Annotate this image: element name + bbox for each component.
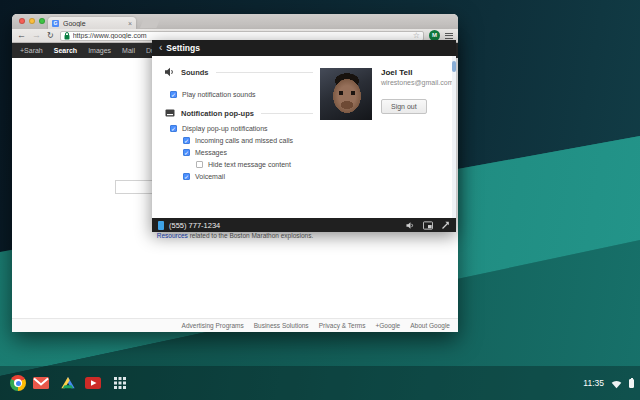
back-chevron-icon[interactable]: ‹ — [159, 43, 162, 53]
window-zoom-button[interactable] — [39, 18, 45, 24]
sign-out-button[interactable]: Sign out — [381, 99, 427, 114]
back-icon[interactable]: ← — [17, 31, 26, 40]
padlock-icon — [64, 32, 70, 40]
scrollbar-track[interactable] — [452, 56, 456, 218]
checkbox-row: Play notification sounds — [170, 89, 256, 100]
section-divider — [216, 72, 314, 73]
hide-text-checkbox[interactable] — [196, 161, 203, 168]
gmail-icon[interactable] — [33, 377, 49, 389]
phone-icon — [158, 221, 164, 230]
window-minimize-button[interactable] — [29, 18, 35, 24]
bookmark-star-icon[interactable]: ☆ — [413, 32, 420, 40]
google-footer: Advertising Programs Business Solutions … — [12, 318, 458, 332]
profile-info: Joel Tell wirestones@gmail.com Sign out — [381, 68, 453, 120]
speaker-icon — [165, 67, 175, 77]
status-area[interactable]: 11:35 — [583, 366, 634, 400]
incoming-calls-checkbox[interactable] — [183, 137, 190, 144]
chrome-icon[interactable] — [10, 375, 26, 391]
footer-link-privacy[interactable]: Privacy & Terms — [319, 322, 366, 329]
battery-icon — [629, 379, 634, 388]
address-bar[interactable]: https://www.google.com ☆ — [60, 31, 424, 41]
profile-card: Joel Tell wirestones@gmail.com Sign out — [320, 68, 453, 120]
tab-google[interactable]: G Google × — [48, 17, 136, 29]
youtube-icon[interactable] — [85, 377, 101, 389]
settings-header: ‹ Settings — [152, 40, 456, 56]
image-icon[interactable] — [423, 221, 433, 230]
navbar-link-search[interactable]: Search — [54, 47, 77, 54]
news-line: Resources related to the Boston Marathon… — [12, 232, 458, 239]
settings-body: Sounds Play notification sounds Notifica… — [152, 56, 456, 218]
footer-link-plusgoogle[interactable]: +Google — [375, 322, 400, 329]
navbar-link-images[interactable]: Images — [88, 47, 111, 54]
section-divider — [261, 113, 313, 114]
chromeos-desktop: G Google × ← → ↻ https://www.google.com … — [0, 0, 640, 400]
wifi-icon — [610, 378, 623, 389]
reload-icon[interactable]: ↻ — [47, 31, 54, 40]
news-text: related to the Boston Marathon explosion… — [188, 232, 313, 239]
checkbox-label: Hide text message content — [208, 161, 291, 168]
tab-strip: G Google × — [12, 14, 458, 29]
volume-icon[interactable] — [406, 221, 415, 230]
forward-icon[interactable]: → — [32, 31, 41, 40]
footer-link-business[interactable]: Business Solutions — [254, 322, 309, 329]
profile-name: Joel Tell — [381, 68, 453, 77]
checkbox-label: Display pop-up notifications — [182, 125, 268, 132]
popups-section-header: Notification pop-ups — [165, 107, 313, 119]
footer-link-about[interactable]: About Google — [410, 322, 450, 329]
checkbox-row: Hide text message content — [196, 159, 291, 170]
clock: 11:35 — [583, 378, 604, 388]
phone-number: (555) 777-1234 — [169, 221, 220, 230]
settings-panel: ‹ Settings Sounds Play notification soun… — [152, 40, 456, 232]
checkbox-label: Play notification sounds — [182, 91, 256, 98]
messages-checkbox[interactable] — [183, 149, 190, 156]
avatar — [320, 68, 372, 120]
checkbox-row: Voicemail — [183, 171, 225, 182]
display-popups-checkbox[interactable] — [170, 125, 177, 132]
checkbox-label: Incoming calls and missed calls — [195, 137, 293, 144]
navbar-link-mail[interactable]: Mail — [122, 47, 135, 54]
drive-icon[interactable] — [60, 375, 76, 391]
checkbox-label: Voicemail — [195, 173, 225, 180]
profile-email: wirestones@gmail.com — [381, 79, 453, 86]
tab-close-icon[interactable]: × — [128, 20, 132, 27]
google-favicon: G — [52, 20, 59, 27]
settings-title: Settings — [166, 43, 200, 53]
shelf: 11:35 — [0, 366, 640, 400]
checkbox-row: Display pop-up notifications — [170, 123, 268, 134]
new-tab-button[interactable] — [140, 19, 160, 28]
scrollbar-thumb[interactable] — [452, 61, 456, 72]
voicemail-checkbox[interactable] — [183, 173, 190, 180]
apps-grid-icon[interactable] — [114, 377, 126, 389]
checkbox-row: Messages — [183, 147, 227, 158]
chrome-menu-icon[interactable] — [445, 31, 453, 40]
expand-icon[interactable] — [441, 221, 450, 230]
tab-title: Google — [63, 20, 86, 27]
sounds-section-header: Sounds — [165, 66, 313, 78]
notification-popup-icon — [165, 108, 175, 118]
navbar-link-sarah[interactable]: +Sarah — [20, 47, 43, 54]
play-sounds-checkbox[interactable] — [170, 91, 177, 98]
checkbox-row: Incoming calls and missed calls — [183, 135, 293, 146]
phone-status-bar: (555) 777-1234 — [152, 218, 456, 232]
url-text: https://www.google.com — [73, 32, 147, 39]
footer-link-advertising[interactable]: Advertising Programs — [182, 322, 244, 329]
checkbox-label: Messages — [195, 149, 227, 156]
window-close-button[interactable] — [19, 18, 25, 24]
section-label: Sounds — [181, 68, 209, 77]
section-label: Notification pop-ups — [181, 109, 254, 118]
news-link[interactable]: Resources — [157, 232, 188, 239]
